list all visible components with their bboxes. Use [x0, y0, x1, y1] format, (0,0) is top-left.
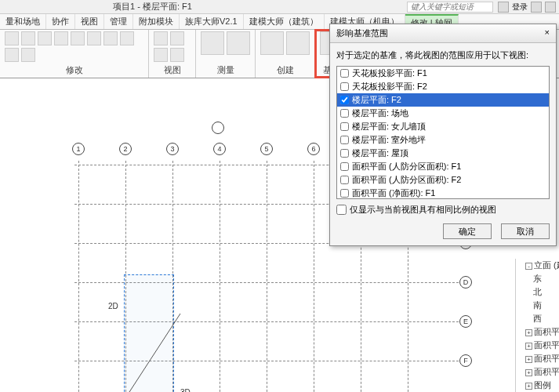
tool-icon[interactable] — [201, 31, 224, 55]
tool-icon[interactable] — [286, 31, 310, 55]
view-checkbox[interactable] — [340, 109, 349, 118]
help-icon[interactable] — [531, 2, 542, 13]
ribbon-group-label: 创建 — [277, 64, 294, 76]
grid-bubble[interactable]: 4 — [213, 143, 226, 155]
dialog-title-text: 影响基准范围 — [336, 27, 388, 39]
view-label: 楼层平面: 室外地坪 — [352, 134, 426, 146]
dim-3d-label: 3D — [180, 388, 191, 392]
tool-icon[interactable] — [5, 48, 19, 62]
login-icon[interactable] — [498, 2, 509, 13]
tree-item[interactable]: +图例 — [516, 379, 559, 392]
minimize-icon[interactable] — [545, 2, 556, 13]
ribbon-group-label: 修改 — [66, 64, 83, 76]
tool-icon[interactable] — [71, 31, 85, 45]
view-checkbox[interactable] — [340, 189, 349, 198]
view-checkbox[interactable] — [340, 122, 349, 131]
grid-line-vertical[interactable] — [78, 161, 79, 392]
dim-2d-label: 2D — [108, 302, 118, 310]
view-list-row[interactable]: 面积平面 (人防分区面积): F2 — [337, 173, 549, 187]
tree-item[interactable]: +面积平 — [516, 339, 559, 352]
tool-icon[interactable] — [227, 31, 250, 55]
tool-icon[interactable] — [120, 31, 134, 45]
view-checkbox[interactable] — [340, 149, 349, 158]
ribbon-tab[interactable]: 建模大师（建筑） — [244, 14, 325, 29]
tree-item[interactable]: 东 — [516, 272, 559, 285]
ribbon-group-测量: 测量 — [196, 30, 256, 78]
view-list-row[interactable]: 楼层平面: F2 — [337, 93, 549, 107]
ribbon-tab[interactable]: 协作 — [46, 14, 75, 29]
tool-icon[interactable] — [170, 48, 184, 62]
grid-bubble[interactable]: 1 — [72, 143, 85, 155]
view-checkbox[interactable] — [340, 136, 349, 144]
influence-range-dialog: 影响基准范围 × 对于选定的基准，将此视图的范围应用于以下视图: 天花板投影平面… — [329, 24, 557, 246]
dialog-prompt: 对于选定的基准，将此视图的范围应用于以下视图: — [336, 49, 550, 61]
ribbon-tab[interactable]: 族库大师V2.1 — [180, 14, 244, 29]
grid-bubble[interactable]: 6 — [307, 143, 320, 155]
view-list-row[interactable]: 面积平面 (净面积): F1 — [337, 187, 549, 199]
view-list-row[interactable]: 楼层平面: 室外地坪 — [337, 133, 549, 147]
view-checkbox[interactable] — [340, 69, 349, 78]
tool-icon[interactable] — [87, 31, 101, 45]
tool-icon[interactable] — [260, 31, 284, 55]
tool-icon[interactable] — [54, 31, 68, 45]
views-list[interactable]: 天花板投影平面: F1天花板投影平面: F2楼层平面: F2楼层平面: 场地楼层… — [336, 66, 550, 199]
view-list-row[interactable]: 楼层平面: 女儿墙顶 — [337, 120, 549, 133]
tree-item[interactable]: 北 — [516, 285, 559, 299]
view-list-row[interactable]: 天花板投影平面: F2 — [337, 80, 549, 93]
ribbon-tab[interactable]: 量和场地 — [0, 14, 46, 29]
view-checkbox[interactable] — [340, 162, 349, 171]
ribbon-group-label: 测量 — [217, 64, 234, 76]
selection-box[interactable] — [124, 274, 174, 392]
view-checkbox[interactable] — [340, 82, 349, 91]
titlebar-icons: 登录 — [498, 2, 556, 13]
tool-icon[interactable] — [21, 31, 35, 45]
view-label: 楼层平面: 女儿墙顶 — [352, 121, 426, 132]
tool-icon[interactable] — [170, 31, 184, 45]
ribbon-tab[interactable]: 视图 — [75, 14, 104, 29]
tool-icon[interactable] — [5, 31, 19, 45]
tree-item[interactable]: 南 — [516, 299, 559, 312]
ribbon-tab[interactable]: 管理 — [104, 14, 133, 29]
grid-bubble[interactable]: 5 — [260, 143, 273, 155]
title-bar: 项目1 - 楼层平面: F1 登录 — [0, 0, 559, 14]
tree-item[interactable]: 西 — [516, 312, 559, 325]
login-label[interactable]: 登录 — [512, 2, 528, 13]
grid-bubble[interactable]: E — [459, 315, 472, 328]
search-input[interactable] — [407, 2, 493, 13]
project-browser[interactable]: -立面 (建东北南西+面积平+面积平+面积平+面积平+图例+明细表+图纸 ( — [515, 259, 559, 392]
grid-line-vertical[interactable] — [314, 161, 314, 392]
grid-line-vertical[interactable] — [267, 161, 267, 392]
tree-item[interactable]: +面积平 — [516, 365, 559, 379]
view-label: 天花板投影平面: F2 — [352, 81, 427, 93]
ribbon-group-视图: 视图 — [149, 30, 196, 78]
grid-bubble[interactable]: F — [459, 354, 472, 367]
same-scale-checkbox[interactable] — [336, 205, 347, 215]
view-list-row[interactable]: 楼层平面: 场地 — [337, 107, 549, 120]
view-checkbox[interactable] — [340, 176, 349, 184]
dialog-titlebar[interactable]: 影响基准范围 × — [330, 24, 556, 43]
grid-bubble[interactable]: 3 — [166, 143, 179, 155]
cancel-button[interactable]: 取消 — [501, 223, 550, 239]
tool-icon[interactable] — [154, 48, 168, 62]
ribbon-group-修改: 修改 — [0, 30, 149, 78]
tree-item[interactable]: -立面 (建 — [516, 259, 559, 272]
grid-bubble[interactable]: D — [459, 276, 472, 289]
view-label: 楼层平面: F2 — [352, 94, 401, 106]
grid-bubble[interactable]: 2 — [119, 143, 132, 155]
view-label: 天花板投影平面: F1 — [352, 67, 427, 79]
ribbon-tab[interactable]: 附加模块 — [133, 14, 180, 29]
tool-icon[interactable] — [154, 31, 168, 45]
view-list-row[interactable]: 面积平面 (人防分区面积): F1 — [337, 160, 549, 173]
grid-line-vertical[interactable] — [220, 161, 220, 392]
view-list-row[interactable]: 楼层平面: 屋顶 — [337, 147, 549, 160]
view-list-row[interactable]: 天花板投影平面: F1 — [337, 67, 549, 80]
tool-icon[interactable] — [38, 31, 52, 45]
tree-item[interactable]: +面积平 — [516, 325, 559, 339]
tree-item[interactable]: +面积平 — [516, 352, 559, 365]
tool-icon[interactable] — [103, 31, 118, 45]
close-icon[interactable]: × — [545, 27, 550, 39]
view-checkbox[interactable] — [340, 96, 349, 104]
tool-icon[interactable] — [21, 48, 35, 62]
ok-button[interactable]: 确定 — [443, 223, 492, 239]
grid-bubble[interactable] — [212, 122, 224, 134]
